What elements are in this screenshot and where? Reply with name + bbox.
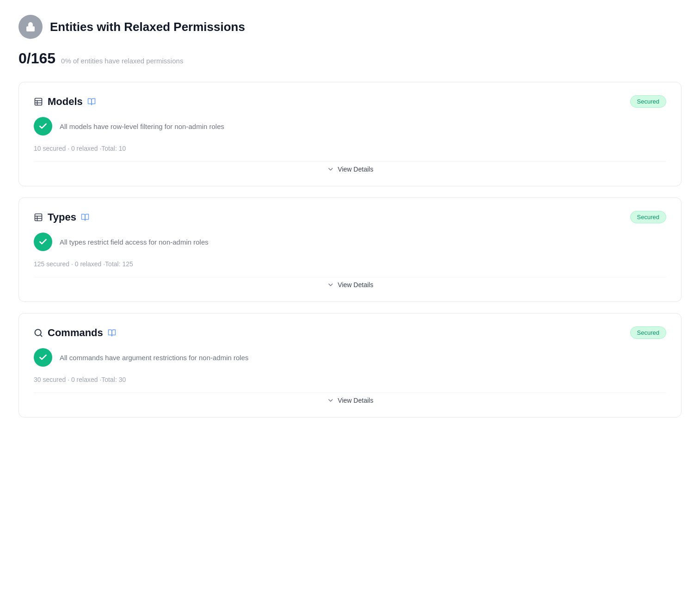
- section-title-commands: Commands: [48, 327, 103, 339]
- book-icon-types[interactable]: [81, 213, 89, 221]
- check-text-commands: All commands have argument restrictions …: [60, 354, 249, 362]
- section-title-models: Models: [48, 96, 83, 108]
- view-details-label-types: View Details: [338, 281, 374, 289]
- view-details-row-commands[interactable]: View Details: [34, 393, 666, 404]
- stats-summary-types: 125 secured · 0 relaxed ·Total: 125: [34, 260, 666, 268]
- section-card-commands: Commands Secured All commands have argum…: [18, 313, 682, 418]
- stats-summary-commands: 30 secured · 0 relaxed ·Total: 30: [34, 376, 666, 383]
- check-circle-types: [34, 233, 52, 251]
- check-text-models: All models have row-level filtering for …: [60, 123, 224, 130]
- svg-rect-1: [35, 98, 42, 105]
- chevron-down-icon-models: [327, 166, 334, 173]
- header-icon-wrapper: [18, 15, 43, 39]
- lock-icon: [25, 21, 36, 32]
- stats-row: 0/165 0% of entities have relaxed permis…: [18, 50, 682, 67]
- check-row-models: All models have row-level filtering for …: [34, 117, 666, 135]
- check-row-types: All types restrict field access for non-…: [34, 233, 666, 251]
- svg-rect-0: [26, 26, 35, 31]
- svg-rect-5: [35, 214, 42, 221]
- chevron-down-icon-types: [327, 281, 334, 289]
- secured-badge-commands: Secured: [630, 326, 666, 339]
- section-header-commands: Commands Secured: [34, 326, 666, 339]
- check-text-types: All types restrict field access for non-…: [60, 238, 209, 246]
- section-header-models: Models Secured: [34, 95, 666, 108]
- section-card-models: Models Secured All models have row-level…: [18, 82, 682, 186]
- stats-label: 0% of entities have relaxed permissions: [61, 57, 183, 65]
- section-title-group-types: Types: [34, 211, 89, 223]
- book-icon-commands[interactable]: [108, 329, 116, 337]
- book-icon-models[interactable]: [87, 98, 96, 106]
- check-circle-commands: [34, 348, 52, 367]
- view-details-row-models[interactable]: View Details: [34, 161, 666, 173]
- page-title: Entities with Relaxed Permissions: [50, 20, 245, 34]
- table-icon: [34, 213, 43, 222]
- check-row-commands: All commands have argument restrictions …: [34, 348, 666, 367]
- check-circle-models: [34, 117, 52, 135]
- sections-container: Models Secured All models have row-level…: [18, 82, 682, 418]
- page-header: Entities with Relaxed Permissions: [18, 15, 682, 39]
- section-title-group-commands: Commands: [34, 327, 116, 339]
- stats-summary-models: 10 secured · 0 relaxed ·Total: 10: [34, 145, 666, 152]
- svg-line-10: [40, 334, 42, 336]
- view-details-row-types[interactable]: View Details: [34, 277, 666, 289]
- view-details-label-models: View Details: [338, 166, 374, 173]
- chevron-down-icon-commands: [327, 397, 334, 404]
- secured-badge-models: Secured: [630, 95, 666, 108]
- table-icon: [34, 97, 43, 106]
- section-header-types: Types Secured: [34, 211, 666, 223]
- search-icon: [34, 328, 43, 338]
- section-card-types: Types Secured All types restrict field a…: [18, 197, 682, 302]
- section-title-group-models: Models: [34, 96, 96, 108]
- stats-count: 0/165: [18, 50, 55, 67]
- section-title-types: Types: [48, 211, 76, 223]
- view-details-label-commands: View Details: [338, 397, 374, 404]
- secured-badge-types: Secured: [630, 211, 666, 223]
